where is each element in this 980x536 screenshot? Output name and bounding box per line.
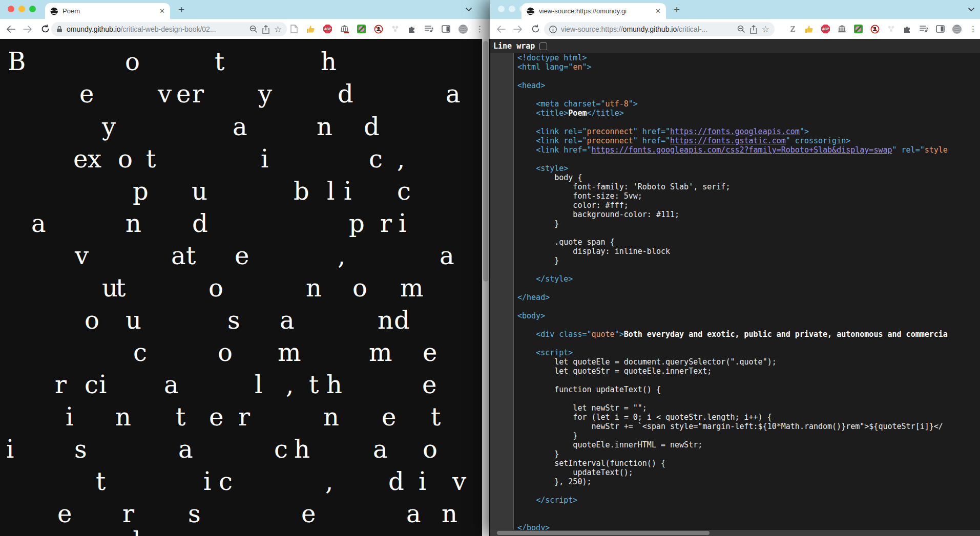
- avatar-sphere-icon[interactable]: [951, 24, 962, 34]
- source-line: 12: [490, 155, 980, 164]
- poem-letter: e: [57, 497, 72, 530]
- media-queue-icon[interactable]: [919, 24, 929, 34]
- poem-letter: t: [146, 142, 156, 175]
- molecule-icon[interactable]: [390, 24, 401, 34]
- tab-search-chevron-icon[interactable]: [968, 7, 975, 12]
- thumbs-up-icon[interactable]: [305, 24, 316, 34]
- kebab-menu-icon[interactable]: ⋮: [968, 24, 978, 34]
- z-extension-icon[interactable]: Z: [787, 24, 798, 34]
- abp-icon[interactable]: ABP: [820, 24, 831, 34]
- line-wrap-checkbox[interactable]: [539, 42, 547, 50]
- horizontal-scrollbar[interactable]: [490, 530, 980, 536]
- source-line: 44 }: [490, 449, 980, 459]
- source-line: 13 <style>: [490, 164, 980, 173]
- zoom-out-icon[interactable]: [737, 25, 745, 33]
- source-line: 29<body>: [490, 311, 980, 320]
- forward-button[interactable]: [512, 23, 524, 35]
- source-line: 49 </script>: [490, 496, 980, 505]
- share-icon[interactable]: [750, 25, 757, 34]
- source-line: 30: [490, 320, 980, 330]
- poem-letter: o: [352, 271, 367, 304]
- source-line: 21 .quote span {: [490, 238, 980, 247]
- source-line: 6 <meta charset="utf-8">: [490, 99, 980, 109]
- vertical-scrollbar[interactable]: [482, 39, 489, 536]
- poem-letter: i: [419, 465, 426, 498]
- archive-building-icon[interactable]: [837, 24, 847, 34]
- source-line: 40 for (let i = 0; i < quoteStr.length; …: [490, 413, 980, 422]
- poem-letter: o: [208, 271, 223, 304]
- browser-toolbar: omundy.github.io/critical-web-design-boo…: [0, 19, 490, 39]
- zoom-window-button[interactable]: [29, 6, 36, 12]
- minimize-window-button[interactable]: [509, 6, 515, 12]
- poem-letter: n: [442, 497, 457, 530]
- source-line: 45 setInterval(function() {: [490, 459, 980, 468]
- source-line: 3: [490, 72, 980, 81]
- puzzle-icon[interactable]: [407, 24, 418, 34]
- scrollbar-thumb[interactable]: [483, 41, 488, 282]
- line-wrap-bar: Line wrap: [490, 39, 980, 53]
- close-tab-icon[interactable]: ✕: [159, 8, 165, 14]
- poem-letter: ,: [338, 239, 345, 272]
- poem-letter: v: [452, 465, 466, 498]
- close-tab-icon[interactable]: ✕: [655, 8, 661, 14]
- tab-poem[interactable]: Poem ✕: [45, 3, 170, 19]
- poem-letter: n: [126, 207, 141, 240]
- side-panel-icon[interactable]: [935, 24, 946, 34]
- poem-letter: a: [31, 207, 46, 240]
- abp-icon[interactable]: ABP: [322, 24, 333, 34]
- address-bar[interactable]: omundy.github.io/critical-web-design-boo…: [51, 22, 287, 36]
- back-button[interactable]: [4, 23, 16, 35]
- tab-view-source[interactable]: view-source:https://omundy.gi ✕: [522, 3, 666, 19]
- media-queue-icon[interactable]: [424, 24, 434, 34]
- close-window-button[interactable]: [8, 6, 14, 12]
- share-icon[interactable]: [262, 25, 269, 34]
- poem-letter: c: [274, 433, 288, 465]
- no-person-icon[interactable]: [373, 24, 384, 34]
- molecule-icon[interactable]: [886, 24, 896, 34]
- poem-letter: i: [6, 433, 14, 465]
- green-blocker-icon[interactable]: [853, 24, 864, 34]
- source-line: 23 }: [490, 256, 980, 265]
- back-button[interactable]: [494, 23, 507, 35]
- poem-letter: h: [326, 368, 342, 401]
- puzzle-icon[interactable]: [902, 24, 913, 34]
- poem-letter: o: [423, 433, 437, 465]
- poem-letter: e: [79, 77, 94, 110]
- no-person-icon[interactable]: [869, 24, 880, 34]
- poem-letter: e: [422, 368, 436, 401]
- source-line: 19 }: [490, 219, 980, 228]
- reload-button[interactable]: [529, 23, 541, 35]
- close-window-button[interactable]: [498, 6, 505, 12]
- forward-button[interactable]: [22, 23, 34, 35]
- line-number-gutter: [490, 53, 514, 536]
- poem-letter: a: [280, 304, 295, 336]
- poem-letter: o: [118, 142, 133, 175]
- source-line: 38: [490, 394, 980, 403]
- poem-letter: s: [74, 433, 87, 465]
- thumbs-up-icon[interactable]: [804, 24, 815, 34]
- address-bar[interactable]: view-source:https://omundy.github.io/cri…: [544, 22, 775, 36]
- side-panel-icon[interactable]: [441, 24, 451, 34]
- url-text: omundy.github.io/critical-web-design-boo…: [67, 25, 241, 33]
- reload-button[interactable]: [39, 23, 51, 35]
- page-icon[interactable]: [288, 24, 299, 34]
- tab-strip: Poem ✕ +: [0, 0, 490, 19]
- poem-letter: s: [227, 304, 240, 336]
- browser-toolbar: view-source:https://omundy.github.io/cri…: [490, 19, 980, 39]
- green-blocker-icon[interactable]: [356, 24, 367, 34]
- kebab-menu-icon[interactable]: ⋮: [474, 24, 485, 34]
- new-tab-button[interactable]: +: [178, 4, 184, 16]
- archive-building-icon[interactable]: [339, 24, 350, 34]
- bookmark-star-icon[interactable]: ☆: [762, 25, 769, 34]
- minimize-window-button[interactable]: [18, 6, 25, 12]
- source-line: 48: [490, 486, 980, 496]
- source-line: 28: [490, 302, 980, 311]
- new-tab-button[interactable]: +: [674, 4, 680, 16]
- poem-letter: l: [327, 175, 335, 207]
- scrollbar-thumb[interactable]: [497, 531, 710, 535]
- zoom-out-icon[interactable]: [249, 25, 258, 33]
- tab-search-chevron-icon[interactable]: [465, 7, 472, 12]
- poem-letter: i: [344, 175, 351, 207]
- avatar-sphere-icon[interactable]: [457, 24, 468, 34]
- bookmark-star-icon[interactable]: ☆: [274, 25, 282, 34]
